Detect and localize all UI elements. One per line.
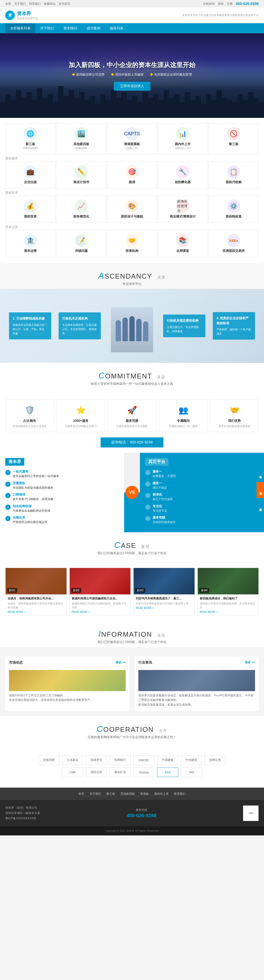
service-equity-acquisition[interactable]: 📋 股权代收购 <box>209 161 259 188</box>
info-right-more[interactable]: 更多 >> <box>245 660 255 665</box>
fourboard-sublabel: (四板挂牌) <box>75 146 87 150</box>
intl-icon: 📊 <box>176 127 189 140</box>
topbar-phone: 400-626-9298 <box>236 2 259 6</box>
vs-item-desc-1: 提供从融资到上市的全程一站式服务 <box>13 474 59 478</box>
topbar-login[interactable]: 登录 <box>218 2 224 6</box>
topbar-link-about[interactable]: 关于我们 <box>14 2 26 6</box>
case-desc-1: 洽谈目：招商局集团有限公司办合并整合案例分析与实施 <box>8 601 65 609</box>
vs-right-desc-1: 收费繁多，不透明 <box>153 474 176 478</box>
cooperation-title-area: COOPERATION 合作 完善的服务网络将帮助广大中小企业消除资本运营的后顾… <box>0 716 264 742</box>
service-equity-invest[interactable]: 💰 股权投资 <box>5 196 55 223</box>
hero-cta-button[interactable]: 立即申请挂牌入 <box>114 82 150 91</box>
nav-item-services[interactable]: 服务列表 <box>105 23 128 33</box>
ascendancy-title: ASCENDANCY 优质 <box>5 271 259 281</box>
capital-ops-icon: 🏦 <box>24 234 37 247</box>
service-financial-norm[interactable]: 📈 财务规范化 <box>56 196 106 223</box>
nav-item-cases[interactable]: 成功案例 <box>82 23 105 33</box>
footer-bottom: Copyright © 2015 资本界 All Rights Reserved… <box>0 826 264 835</box>
service-aeex[interactable]: AEEx 亚洲股权交易所 <box>209 230 259 257</box>
nav-item-about[interactable]: 关于我们 <box>35 23 58 33</box>
footer-link-hk[interactable]: 香港板 <box>140 792 149 796</box>
footer-link-intl[interactable]: 国内外上市 <box>154 792 169 796</box>
case-subtitle: 我们已经服务超过17000家，满足各个行业个性化 <box>5 551 259 555</box>
service-bizplan[interactable]: ✏️ 商业计划书 <box>56 161 106 188</box>
info-chinese: 资讯 <box>157 633 166 638</box>
case-card-4[interactable]: 案例4 新四板挂牌成功，我们做到了 某科技公司成功完成新四板挂牌，开启资本化运营… <box>198 568 259 616</box>
service-equity-design[interactable]: 🎨 股权设计与激励 <box>107 196 157 223</box>
case-label-4: 案例4 <box>199 588 209 593</box>
case-more-3[interactable]: READ MORE > <box>136 606 193 609</box>
info-right-title: 行业资讯 更多 >> <box>138 660 255 667</box>
nav-item-all[interactable]: 全部服务列表 <box>5 23 35 33</box>
case-card-1[interactable]: 案例1 洽谈目：招商局集团有限公司办合... 洽谈目：招商局集团有限公司办合并整… <box>5 568 67 616</box>
case-desc-4: 某科技公司成功完成新四板挂牌，开启资本化运营 <box>200 601 257 609</box>
topbar-link-home2[interactable]: 设为首页 <box>58 2 70 6</box>
services-row-equity: 💼 企业估值 ✏️ 商业计划书 🎯 路演 🔧 创投孵化器 📋 股权代收购 <box>5 161 259 188</box>
service-item-neeq[interactable]: 🌐 新三板 (NEEQ挂牌) <box>5 123 55 154</box>
case-info-3: 刘宏均汽车销售集团成功了，新三... 刘宏均汽车销售集团成功实现新三板挂牌上市 … <box>134 594 194 612</box>
case-more-4[interactable]: READ MORE > <box>200 611 257 613</box>
case-more-1[interactable]: READ MORE > <box>8 611 65 613</box>
service-item-intl[interactable]: 📊 国内外上市 (国内外上市) <box>158 123 208 154</box>
side-btn-consult[interactable]: 在线咨询 <box>257 466 264 482</box>
top-bar-right: 在线咨询 登录 注册 400-626-9298 <box>203 2 259 6</box>
service-capital-ops[interactable]: 🏦 资本运营 <box>5 230 55 257</box>
footer-link-home[interactable]: 首页 <box>78 792 84 796</box>
topbar-link-home[interactable]: 全部 <box>5 2 11 6</box>
top-bar-links: 全部 关于我们 联系我们 收藏本站 设为首页 <box>5 2 70 6</box>
service-biz-model[interactable]: 新海创投资理念 商业模式/营商设计 <box>158 196 208 223</box>
person-4 <box>136 319 142 341</box>
case-desc-2: 新威利有限公司成功完成A轮融资，获得数千万投资 <box>72 601 128 609</box>
row2-category: 股权融资 <box>5 154 259 161</box>
service-roadshow[interactable]: 🎯 路演 <box>107 161 157 188</box>
service-invest-inst[interactable]: 🤝 投资机构 <box>107 230 157 257</box>
footer-link-contact[interactable]: 联系我们 <box>174 792 186 796</box>
side-btn-phone[interactable]: 电话咨询 <box>257 482 264 498</box>
coop-logo-zsqz: 招商证券 <box>205 755 226 765</box>
footer-phone-label: 服务热线 <box>127 808 156 812</box>
coop-logo-emcbc: EMCBC <box>133 755 155 765</box>
service-valuation[interactable]: 💼 企业估值 <box>5 161 55 188</box>
topbar-consult[interactable]: 在线咨询 <box>203 2 215 6</box>
commitment-desc-4: 专属资深顾问一对一服务 <box>169 424 198 428</box>
side-buttons: 在线咨询 电话咨询 返回顶部 <box>257 466 264 514</box>
vs-right-title-5: 服务初级 <box>153 515 176 520</box>
service-persistence[interactable]: 📝 存续问题 <box>56 230 106 257</box>
logo[interactable]: 资 资本界 专业资本运营平台 <box>5 10 38 20</box>
service-item-fourboard[interactable]: 🏙️ 其他新四板 (四板挂牌) <box>56 123 106 154</box>
case-card-2[interactable]: 案例2 新威利有限公司股权融资助力企业... 新威利有限公司成功完成A轮融资，获… <box>70 568 131 616</box>
topbar-register[interactable]: 注册 <box>227 2 232 6</box>
topbar-link-fav[interactable]: 收藏本站 <box>44 2 55 6</box>
vs-right-item-2: ○ 服务一 团队不稳定 <box>145 481 259 490</box>
vs-left-item-3: 3 口碑相传 多年来客户口碑极佳，深受信赖 <box>5 492 119 501</box>
topbar-link-contact[interactable]: 联系我们 <box>29 2 41 6</box>
nav-item-advisor[interactable]: 资本顾问 <box>58 23 82 33</box>
footer-link-about[interactable]: 关于我们 <box>90 792 101 796</box>
case-card-3[interactable]: 案例3 刘宏均汽车销售集团成功了，新三... 刘宏均汽车销售集团成功实现新三板挂… <box>133 568 195 616</box>
service-corp-reform[interactable]: ⚙️ 股份制改造 <box>209 196 259 223</box>
cooperation-logos: 交银理财 大成基金 国泰君安 招商银行 EMCBC 中国建银 中信建投 招商证券… <box>5 755 259 777</box>
ascendancy-card-3: 行政机关指定授权机构 正规注册公司、专业管理团队、精英服务 <box>163 315 206 337</box>
footer-info: 资本界（深圳）有限公司 深圳市罗湖区一路资本大厦 粤ICP备XXXXXXXXX号 <box>5 805 40 821</box>
service-item-hk[interactable]: CAPTS 香港股票板 (港股上市) <box>107 123 157 154</box>
intl-sublabel: (国内外上市) <box>175 146 190 150</box>
vs-right-item-4: ○ 专业化 专业度不足 <box>145 504 259 513</box>
valuation-icon: 💼 <box>24 165 37 178</box>
footer-link-neeq[interactable]: 新三板 <box>106 792 115 796</box>
side-btn-top[interactable]: 返回顶部 <box>257 498 264 514</box>
services-row-boards: 🌐 新三板 (NEEQ挂牌) 🏙️ 其他新四板 (四板挂牌) CAPTS 香港股… <box>5 123 259 154</box>
service-incubator[interactable]: 🔧 创投孵化器 <box>158 161 208 188</box>
commitment-phone-btn[interactable]: 咨询电话：400-626-9298 <box>101 438 163 447</box>
coop-logo-jianyinhk: 中国建银 <box>157 755 178 765</box>
service-item-newthree[interactable]: 🚫 新三板 <box>209 123 259 154</box>
header-tagline: 资本界专为中小企业建立的资本融资渠道与股权投资运营发展平台 <box>182 13 259 17</box>
service-classroom[interactable]: 📚 名师课堂 <box>158 230 208 257</box>
coop-logo-tmx: TMX <box>181 767 202 777</box>
footer-link-fourboard[interactable]: 其他新四板 <box>120 792 135 796</box>
vs-right-icon-2: ○ <box>145 482 150 487</box>
bizplan-icon: ✏️ <box>75 165 88 178</box>
hk-sublabel: (港股上市) <box>126 146 138 150</box>
case-more-2[interactable]: READ MORE > <box>72 611 128 613</box>
info-left-more[interactable]: 更多 >> <box>115 660 126 665</box>
commitment-desc-3: 完善的服务体系与专业团队 <box>116 424 148 428</box>
